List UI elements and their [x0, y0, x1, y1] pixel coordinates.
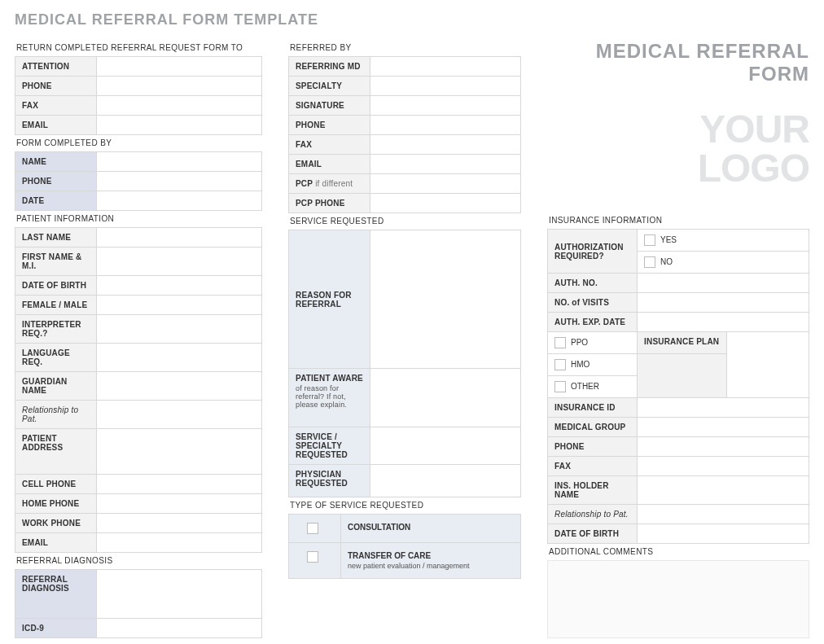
field-auth-no-val[interactable] — [638, 274, 809, 293]
checkbox-auth-yes[interactable] — [644, 234, 655, 246]
field-attention[interactable] — [97, 57, 262, 77]
field-dob[interactable] — [97, 276, 262, 296]
checkbox-auth-no[interactable] — [644, 256, 655, 268]
label-ins-group: MEDICAL GROUP — [548, 418, 638, 437]
field-ref-diag[interactable] — [97, 570, 262, 619]
section-type: TYPE OF SERVICE REQUESTED — [288, 497, 521, 514]
logo-placeholder: YOURLOGO — [547, 110, 809, 188]
field-sex[interactable] — [97, 296, 262, 315]
label-consult: CONSULTATION — [341, 515, 521, 543]
label-auth-no: AUTH. NO. — [548, 274, 638, 293]
label-visits: NO. of VISITS — [548, 293, 638, 313]
field-ref-fax[interactable] — [370, 135, 521, 155]
label-cell: CELL PHONE — [15, 475, 97, 494]
field-ins-id[interactable] — [638, 398, 809, 418]
field-ref-signature[interactable] — [370, 96, 521, 116]
patient-table: LAST NAME FIRST NAME & M.I. DATE OF BIRT… — [15, 227, 262, 553]
label-cb-phone: PHONE — [15, 172, 97, 191]
label-exp: AUTH. EXP. DATE — [548, 313, 638, 332]
field-phys-req[interactable] — [370, 465, 521, 497]
label-work: WORK PHONE — [15, 514, 97, 533]
field-rel[interactable] — [97, 401, 262, 429]
section-service: SERVICE REQUESTED — [288, 213, 521, 230]
service-table: REASON FOR REFERRAL PATIENT AWAREof reas… — [288, 230, 521, 497]
field-addr[interactable] — [97, 429, 262, 475]
field-plan[interactable] — [727, 332, 809, 398]
field-cb-date[interactable] — [97, 191, 262, 211]
label-auth-req: AUTHORIZATION REQUIRED? — [548, 230, 638, 274]
section-return-to: RETURN COMPLETED REFERRAL REQUEST FORM T… — [15, 40, 262, 56]
field-return-phone[interactable] — [97, 77, 262, 96]
field-ins-rel[interactable] — [638, 505, 809, 524]
referred-by-table: REFERRING MD SPECIALTY SIGNATURE PHONE F… — [288, 56, 521, 213]
label-phys-req: PHYSICIAN REQUESTED — [289, 465, 370, 497]
field-work[interactable] — [97, 514, 262, 533]
return-to-table: ATTENTION PHONE FAX EMAIL — [15, 56, 262, 135]
field-exp[interactable] — [638, 313, 809, 332]
field-spec-req[interactable] — [370, 427, 521, 465]
label-ref-specialty: SPECIALTY — [289, 77, 370, 96]
label-lang: LANGUAGE REQ. — [15, 344, 97, 372]
label-ins-dob: DATE OF BIRTH — [548, 524, 638, 544]
checkbox-other[interactable] — [554, 381, 566, 392]
label-icd9: ICD-9 — [15, 619, 97, 638]
field-auth-yes: YES — [638, 230, 809, 252]
checkbox-ppo[interactable] — [554, 337, 566, 348]
label-return-fax: FAX — [15, 96, 97, 116]
label-ins-rel: Relationship to Pat. — [548, 505, 638, 524]
section-diagnosis: REFERRAL DIAGNOSIS — [15, 553, 262, 569]
label-first-mi: FIRST NAME & M.I. — [15, 248, 97, 276]
field-pat-email[interactable] — [97, 533, 262, 553]
label-reason: REASON FOR REFERRAL — [289, 230, 370, 369]
field-ref-phone[interactable] — [370, 116, 521, 135]
cell-ppo: PPO — [548, 332, 638, 354]
field-return-email[interactable] — [97, 116, 262, 135]
label-pcp: PCP if different — [289, 174, 370, 194]
field-holder[interactable] — [638, 476, 809, 505]
field-aware[interactable] — [370, 369, 521, 427]
field-home[interactable] — [97, 494, 262, 514]
label-ref-diag: REFERRAL DIAGNOSIS — [15, 570, 97, 619]
field-interp[interactable] — [97, 315, 262, 344]
field-last-name[interactable] — [97, 228, 262, 248]
checkbox-transfer[interactable] — [307, 551, 318, 563]
label-transfer: TRANSFER OF CAREnew patient evaluation /… — [341, 543, 521, 579]
cell-plan-merge — [638, 354, 727, 398]
field-ref-specialty[interactable] — [370, 77, 521, 96]
label-addr: PATIENT ADDRESS — [15, 429, 97, 475]
field-cb-phone[interactable] — [97, 172, 262, 191]
field-cb-name[interactable] — [97, 152, 262, 172]
section-completed-by: FORM COMPLETED BY — [15, 135, 262, 151]
field-cell[interactable] — [97, 475, 262, 494]
field-ref-email[interactable] — [370, 155, 521, 174]
section-referred-by: REFERRED BY — [288, 40, 521, 56]
label-attention: ATTENTION — [15, 57, 97, 77]
field-ref-md[interactable] — [370, 57, 521, 77]
field-reason[interactable] — [370, 230, 521, 369]
field-ins-dob[interactable] — [638, 524, 809, 544]
label-interp: INTERPRETER REQ.? — [15, 315, 97, 344]
field-guardian[interactable] — [97, 372, 262, 401]
diagnosis-table: REFERRAL DIAGNOSIS ICD-9 — [15, 569, 262, 638]
field-ins-phone[interactable] — [638, 437, 809, 457]
field-ins-group[interactable] — [638, 418, 809, 437]
label-pcp-phone: PCP PHONE — [289, 194, 370, 213]
field-comments[interactable] — [547, 560, 809, 638]
field-lang[interactable] — [97, 344, 262, 372]
form-title: MEDICAL REFERRAL FORM — [547, 40, 809, 85]
field-pcp-phone[interactable] — [370, 194, 521, 213]
label-cb-name: NAME — [15, 152, 97, 172]
label-guardian: GUARDIAN NAME — [15, 372, 97, 401]
field-return-fax[interactable] — [97, 96, 262, 116]
field-ins-fax[interactable] — [638, 457, 809, 476]
checkbox-hmo[interactable] — [554, 359, 566, 370]
checkbox-consult[interactable] — [307, 523, 318, 534]
field-first-mi[interactable] — [97, 248, 262, 276]
cell-hmo: HMO — [548, 354, 638, 376]
field-pcp[interactable] — [370, 174, 521, 194]
type-table: CONSULTATION TRANSFER OF CAREnew patient… — [288, 514, 521, 579]
field-icd9[interactable] — [97, 619, 262, 638]
label-ins-id: INSURANCE ID — [548, 398, 638, 418]
field-visits[interactable] — [638, 293, 809, 313]
section-comments: ADDITIONAL COMMENTS — [547, 544, 809, 560]
